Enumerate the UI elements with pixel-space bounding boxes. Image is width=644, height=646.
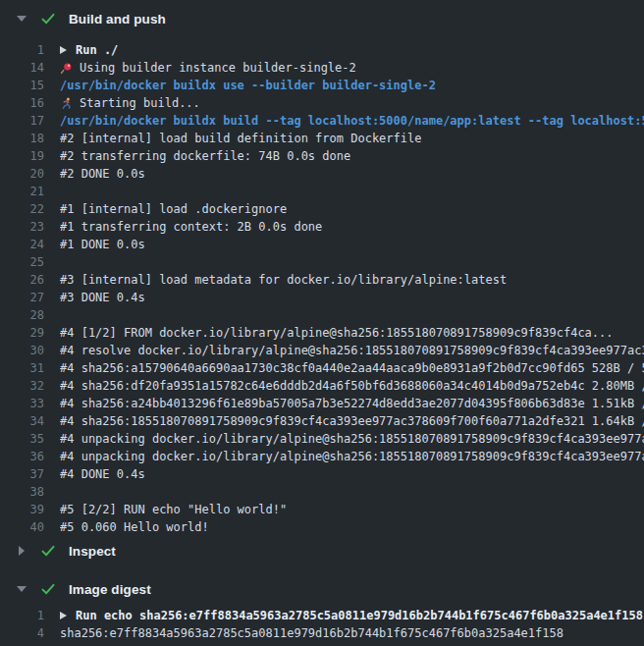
chevron-down-icon[interactable] — [16, 586, 27, 592]
log-line-number[interactable]: 32 — [0, 377, 44, 395]
log-line-text: #4 sha256:185518070891758909c9f839cf4ca3… — [60, 412, 644, 430]
log-line[interactable]: 18#2 [internal] load build definition fr… — [0, 130, 644, 147]
log-line-text: #4 sha256:df20fa9351a15782c64e6dddb2d4a6… — [60, 377, 644, 395]
log-line-number[interactable]: 28 — [0, 306, 44, 324]
log-line-text: #1 transferring context: 2B 0.0s done — [60, 218, 322, 236]
log-line[interactable]: 15/usr/bin/docker buildx use --builder b… — [0, 77, 644, 94]
section-title: Inspect — [69, 544, 116, 559]
log-line-number[interactable]: 15 — [0, 77, 44, 94]
log-line-number[interactable]: 26 — [0, 271, 44, 289]
chevron-right-icon[interactable] — [16, 546, 27, 556]
log-line-number[interactable]: 21 — [0, 183, 44, 200]
success-check-icon — [40, 11, 56, 27]
log-line[interactable]: 26#3 [internal] load metadata for docker… — [0, 271, 644, 289]
log-line[interactable]: 1Run echo sha256:e7ff8834a5963a2785c5a08… — [0, 607, 644, 624]
log-line[interactable]: 35#4 unpacking docker.io/library/alpine@… — [0, 430, 644, 448]
log-line-text: #4 resolve docker.io/library/alpine@sha2… — [60, 342, 644, 359]
log-line-number[interactable]: 24 — [0, 236, 44, 253]
log-line-number[interactable]: 35 — [0, 430, 44, 448]
log-line[interactable]: 22#1 [internal] load .dockerignore — [0, 200, 644, 218]
workflow-log-viewer: Build and push 1Run ./14Using builder in… — [0, 0, 644, 642]
log-line-number[interactable]: 27 — [0, 289, 44, 306]
log-line-text: sha256:e7ff8834a5963a2785c5a0811e979d16b… — [60, 624, 564, 642]
log-line-text: #1 DONE 0.0s — [60, 236, 145, 253]
section-title: Build and push — [69, 12, 166, 27]
log-line-text: /usr/bin/docker buildx build --tag local… — [60, 112, 644, 130]
log-line-number[interactable]: 37 — [0, 465, 44, 483]
log-line-number[interactable]: 39 — [0, 501, 44, 518]
log-line-number[interactable]: 1 — [0, 607, 44, 624]
log-line-number[interactable]: 16 — [0, 94, 44, 112]
log-line[interactable]: 30#4 resolve docker.io/library/alpine@sh… — [0, 342, 644, 359]
runner-emoji-icon — [60, 97, 73, 110]
section-header-image-digest[interactable]: Image digest — [0, 574, 644, 604]
log-line-number[interactable]: 34 — [0, 412, 44, 430]
log-line-number[interactable]: 17 — [0, 112, 44, 130]
log-line[interactable]: 19#2 transferring dockerfile: 74B 0.0s d… — [0, 147, 644, 165]
log-line[interactable]: 36#4 unpacking docker.io/library/alpine@… — [0, 448, 644, 465]
log-line-text: #5 [2/2] RUN echo "Hello world!" — [60, 501, 287, 518]
log-line[interactable]: 34#4 sha256:185518070891758909c9f839cf4c… — [0, 412, 644, 430]
log-line[interactable]: 17/usr/bin/docker buildx build --tag loc… — [0, 112, 644, 130]
log-line-number[interactable]: 36 — [0, 448, 44, 465]
log-line-text: #3 DONE 0.4s — [60, 289, 145, 306]
log-line[interactable]: 1Run ./ — [0, 41, 644, 59]
expand-group-play-icon[interactable] — [60, 612, 67, 619]
log-line-text: #4 DONE 0.4s — [60, 465, 145, 483]
log-line-number[interactable]: 30 — [0, 342, 44, 359]
section-header-inspect[interactable]: Inspect — [0, 536, 644, 565]
section-header-build-and-push[interactable]: Build and push — [0, 0, 644, 37]
log-line-number[interactable]: 31 — [0, 359, 44, 377]
log-line-number[interactable]: 33 — [0, 395, 44, 412]
log-line[interactable]: 38 — [0, 483, 644, 501]
log-line[interactable]: 4sha256:e7ff8834a5963a2785c5a0811e979d16… — [0, 624, 644, 642]
log-line-number[interactable]: 23 — [0, 218, 44, 236]
log-line[interactable]: 29#4 [1/2] FROM docker.io/library/alpine… — [0, 324, 644, 342]
log-line-text: #4 [1/2] FROM docker.io/library/alpine@s… — [60, 324, 614, 342]
log-line-number[interactable]: 20 — [0, 165, 44, 183]
log-line-number[interactable]: 4 — [0, 624, 44, 642]
log-line[interactable]: 40#5 0.060 Hello world! — [0, 518, 644, 536]
log-line[interactable]: 20#2 DONE 0.0s — [0, 165, 644, 183]
log-line[interactable]: 25 — [0, 253, 644, 271]
log-line-number[interactable]: 25 — [0, 253, 44, 271]
log-line[interactable]: 32#4 sha256:df20fa9351a15782c64e6dddb2d4… — [0, 377, 644, 395]
log-line-text: #2 DONE 0.0s — [60, 165, 145, 183]
chevron-down-icon[interactable] — [16, 16, 27, 22]
log-line[interactable]: 23#1 transferring context: 2B 0.0s done — [0, 218, 644, 236]
log-line-text: #4 sha256:a24bb4013296f61e89ba57005a7b3e… — [60, 395, 644, 412]
log-line-number[interactable]: 38 — [0, 483, 44, 501]
log-line-text: #2 transferring dockerfile: 74B 0.0s don… — [60, 147, 350, 165]
log-line-number[interactable]: 1 — [0, 41, 44, 59]
log-line-text: /usr/bin/docker buildx use --builder bui… — [60, 77, 436, 94]
log-line[interactable]: 24#1 DONE 0.0s — [0, 236, 644, 253]
log-line-text: Starting build... — [60, 94, 200, 112]
log-line-text: #4 sha256:a15790640a6690aa1730c38cf0a440… — [60, 359, 644, 377]
log-line[interactable]: 16Starting build... — [0, 94, 644, 112]
log-line-number[interactable]: 14 — [0, 59, 44, 77]
section-title: Image digest — [69, 582, 151, 597]
log-line[interactable]: 14Using builder instance builder-single-… — [0, 59, 644, 77]
log-line-text: #4 unpacking docker.io/library/alpine@sh… — [60, 430, 644, 448]
log-line-text: Run ./ — [60, 41, 118, 59]
log-line[interactable]: 39#5 [2/2] RUN echo "Hello world!" — [0, 501, 644, 518]
log-line-text: #5 0.060 Hello world! — [60, 518, 209, 536]
log-line[interactable]: 37#4 DONE 0.4s — [0, 465, 644, 483]
log-line-number[interactable]: 19 — [0, 147, 44, 165]
log-line-number[interactable]: 29 — [0, 324, 44, 342]
log-line-text: #3 [internal] load metadata for docker.i… — [60, 271, 507, 289]
log-line-text: Run echo sha256:e7ff8834a5963a2785c5a081… — [60, 607, 643, 624]
success-check-icon — [40, 581, 56, 597]
log-line-number[interactable]: 18 — [0, 130, 44, 147]
log-line-number[interactable]: 22 — [0, 200, 44, 218]
expand-group-play-icon[interactable] — [60, 46, 67, 54]
log-lines-image-digest: 1Run echo sha256:e7ff8834a5963a2785c5a08… — [0, 607, 644, 642]
log-line-text: Using builder instance builder-single-2 — [60, 59, 356, 77]
log-line[interactable]: 21 — [0, 183, 644, 200]
log-line[interactable]: 28 — [0, 306, 644, 324]
log-line[interactable]: 31#4 sha256:a15790640a6690aa1730c38cf0a4… — [0, 359, 644, 377]
log-line[interactable]: 33#4 sha256:a24bb4013296f61e89ba57005a7b… — [0, 395, 644, 412]
log-line[interactable]: 27#3 DONE 0.4s — [0, 289, 644, 306]
log-line-number[interactable]: 40 — [0, 518, 44, 536]
log-line-text: #1 [internal] load .dockerignore — [60, 200, 287, 218]
